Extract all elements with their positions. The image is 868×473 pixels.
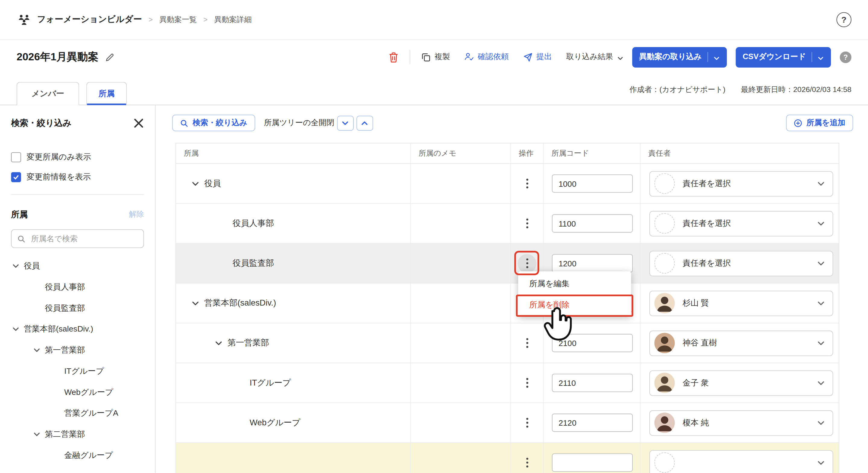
divider — [11, 194, 144, 195]
affiliation-code-input[interactable] — [552, 214, 633, 233]
tree-item[interactable]: ITグループ — [11, 360, 144, 382]
tree-item-label: 第二営業部 — [45, 429, 85, 440]
affiliation-code-input[interactable] — [552, 254, 633, 272]
duplicate-button[interactable]: 複製 — [421, 52, 450, 62]
breadcrumb-plan-list[interactable]: 異動案一覧 — [159, 15, 197, 25]
tree-item[interactable]: 役員監査部 — [11, 297, 144, 319]
search-icon — [17, 234, 26, 243]
table-row: 第一営業部 神谷 直樹 — [176, 323, 839, 363]
csv-download-button[interactable]: CSVダウンロード — [736, 47, 831, 67]
table-row-selected: 役員監査部 責任者を選択 — [176, 244, 839, 284]
affiliation-search-input[interactable] — [30, 234, 138, 244]
row-context-menu: 所属を編集 所属を削除 — [518, 271, 631, 317]
import-result-label: 取り込み結果 — [566, 52, 613, 62]
chevron-down-icon — [817, 339, 825, 347]
divider — [812, 52, 812, 62]
manager-placeholder: 責任者を選択 — [683, 178, 809, 189]
avatar-photo — [654, 373, 675, 393]
affiliation-code-input[interactable] — [552, 174, 633, 193]
column-memo: 所属のメモ — [411, 143, 511, 163]
row-actions-button[interactable] — [518, 174, 536, 193]
row-actions-button[interactable] — [518, 214, 536, 233]
avatar-photo — [654, 293, 675, 314]
tab-affiliation[interactable]: 所属 — [86, 82, 127, 105]
chevron-down-icon[interactable] — [33, 431, 40, 438]
manager-select[interactable]: 杉山 賢 — [649, 291, 833, 316]
row-actions-button[interactable] — [518, 413, 536, 432]
tree-item[interactable]: 第一営業部 — [11, 339, 144, 360]
table-row: 営業本部(salesDiv.) 杉山 賢 — [176, 284, 839, 323]
row-actions-button[interactable] — [518, 453, 536, 472]
close-icon[interactable] — [133, 118, 144, 128]
avatar-photo — [654, 412, 675, 433]
top-header: フォーメーションビルダー > 異動案一覧 > 異動案詳細 ? — [0, 0, 868, 40]
manager-name: 杉山 賢 — [683, 298, 809, 308]
tab-member[interactable]: メンバー — [17, 82, 79, 105]
tree-item[interactable]: Webグループ — [11, 382, 144, 403]
filter-changed-only[interactable]: 変更所属のみ表示 — [11, 152, 144, 162]
filter-show-before[interactable]: 変更前情報を表示 — [11, 172, 144, 182]
clear-selection-link[interactable]: 解除 — [129, 209, 144, 219]
checkbox-checked[interactable] — [11, 172, 21, 182]
tree-item-label: 第一営業部 — [45, 345, 85, 355]
tree-item[interactable]: 第二営業部 — [11, 423, 144, 445]
affiliation-code-input[interactable] — [552, 334, 633, 352]
chevron-down-icon — [818, 54, 824, 60]
add-affiliation-button[interactable]: 所属を追加 — [786, 115, 853, 131]
affiliation-name: Webグループ — [250, 417, 300, 428]
expand-all-button[interactable] — [337, 116, 353, 130]
affiliation-name: 役員監査部 — [232, 258, 274, 268]
manager-select[interactable]: 責任者を選択 — [649, 211, 833, 236]
manager-select[interactable]: 責任者を選択 — [649, 251, 833, 276]
delete-plan-button[interactable] — [389, 52, 398, 62]
checkbox-unchecked[interactable] — [11, 152, 21, 162]
help-icon[interactable]: ? — [836, 12, 851, 27]
manager-select[interactable]: 金子 衆 — [649, 370, 833, 395]
chevron-down-icon[interactable] — [12, 262, 19, 269]
search-filter-button[interactable]: 検索・絞り込み — [172, 115, 255, 131]
affiliation-code-input[interactable] — [552, 374, 633, 392]
column-manager: 責任者 — [641, 143, 840, 163]
tree-item[interactable]: 営業グループA — [11, 403, 144, 423]
tree-item-label: Webグループ — [64, 387, 114, 397]
memo-cell — [411, 323, 511, 363]
chevron-down-icon[interactable] — [215, 339, 223, 347]
filter-checkboxes: 変更所属のみ表示 変更前情報を表示 — [11, 152, 144, 182]
menu-item-edit-affiliation[interactable]: 所属を編集 — [518, 273, 631, 294]
tree-item[interactable]: 金融グループ — [11, 445, 144, 466]
avatar-placeholder — [654, 253, 675, 274]
tree-item[interactable]: 役員人事部 — [11, 276, 144, 297]
affiliation-code-input[interactable] — [552, 453, 633, 472]
row-actions-button-active[interactable] — [518, 254, 536, 273]
main-panel: 検索・絞り込み 所属ツリーの全開閉 所属を追加 所属 — [156, 105, 868, 473]
chevron-down-icon[interactable] — [191, 299, 199, 307]
manager-select[interactable]: 責任者を選択 — [649, 171, 833, 196]
chevron-down-icon[interactable] — [191, 180, 199, 188]
submit-button[interactable]: 提出 — [523, 52, 552, 62]
affiliation-name: 役員 — [204, 178, 221, 189]
collapse-all-button[interactable] — [356, 116, 373, 130]
chevron-down-icon[interactable] — [33, 346, 40, 354]
import-result-dropdown[interactable]: 取り込み結果 — [566, 52, 623, 62]
manager-select[interactable] — [649, 450, 833, 473]
tree-item[interactable]: 役員 — [11, 255, 144, 276]
manager-select[interactable]: 神谷 直樹 — [649, 330, 833, 356]
breadcrumb-separator: > — [148, 16, 153, 24]
plan-meta: 作成者：(カオナビサポート) 最終更新日時：2026/02/03 14:58 — [629, 85, 851, 94]
menu-item-delete-affiliation[interactable]: 所属を削除 — [518, 294, 631, 315]
help-icon-small[interactable]: ? — [840, 51, 851, 63]
tree-item[interactable]: 営業本部(salesDiv.) — [11, 318, 144, 339]
formation-builder-logo-icon — [17, 12, 32, 27]
affiliation-code-input[interactable] — [552, 414, 633, 432]
edit-title-icon[interactable] — [105, 52, 114, 62]
row-actions-button[interactable] — [518, 334, 536, 352]
manager-name: 金子 衆 — [683, 378, 809, 388]
row-actions-button[interactable] — [518, 374, 536, 392]
review-request-button[interactable]: 確認依頼 — [464, 52, 509, 62]
chevron-down-icon[interactable] — [12, 325, 19, 332]
manager-select[interactable]: 榎本 純 — [649, 410, 833, 435]
person-check-icon — [464, 52, 474, 62]
import-plan-button[interactable]: 異動案の取り込み — [632, 47, 726, 67]
filter-show-before-label: 変更前情報を表示 — [27, 172, 91, 182]
filter-changed-only-label: 変更所属のみ表示 — [27, 152, 91, 162]
